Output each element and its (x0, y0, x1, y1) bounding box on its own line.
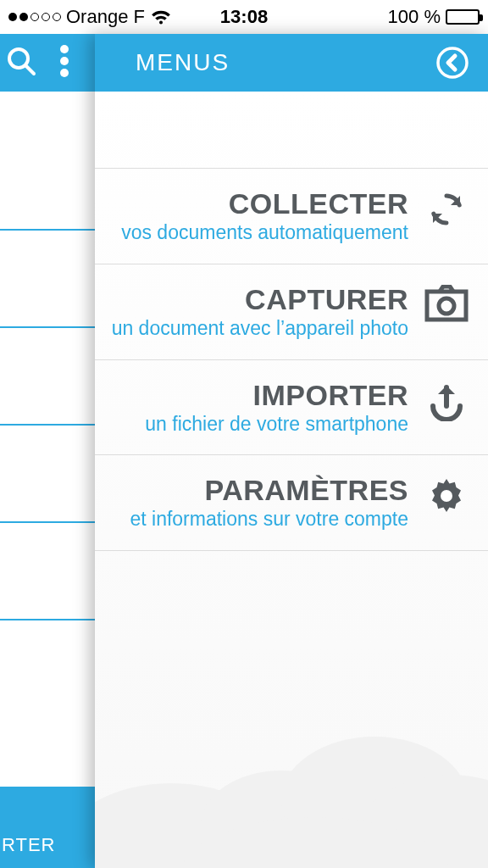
svg-point-4 (60, 69, 69, 77)
status-bar: Orange F 13:08 100 % (0, 0, 488, 34)
menu-panel: MENUS COLLECTER vos documents automatiqu… (95, 34, 488, 868)
menu-item-importer[interactable]: IMPORTER un fichier de votre smartphone (95, 360, 488, 456)
menu-item-title: CAPTURER (103, 283, 408, 316)
menu-header: MENUS (95, 34, 488, 92)
svg-line-1 (26, 66, 34, 74)
menu-title: MENUS (136, 49, 435, 76)
carrier-label: Orange F (66, 6, 145, 28)
svg-point-10 (201, 771, 362, 868)
svg-point-7 (439, 298, 454, 314)
camera-icon (424, 283, 469, 322)
svg-point-5 (438, 48, 467, 77)
collapse-menu-button[interactable] (435, 46, 469, 80)
refresh-icon (424, 187, 469, 230)
svg-point-11 (281, 737, 468, 864)
svg-point-13 (180, 817, 451, 868)
menu-item-title: IMPORTER (103, 379, 408, 412)
bottom-action-label: RTER (2, 834, 56, 856)
menu-item-subtitle: vos documents automatiquement (103, 220, 408, 245)
cloud-decoration (95, 673, 488, 868)
menu-list: COLLECTER vos documents automatiquement … (95, 92, 488, 551)
battery-icon (446, 9, 480, 25)
upload-icon (424, 379, 469, 421)
signal-strength-icon (8, 13, 61, 21)
menu-item-subtitle: et informations sur votre compte (103, 507, 408, 531)
menu-item-subtitle: un fichier de votre smartphone (103, 412, 408, 437)
menu-item-subtitle: un document avec l’appareil photo (103, 316, 408, 341)
gear-icon (424, 474, 469, 516)
svg-point-8 (441, 490, 452, 502)
svg-point-12 (349, 775, 488, 868)
clock-label: 13:08 (220, 6, 268, 28)
wifi-icon (150, 8, 172, 25)
menu-item-title: COLLECTER (103, 187, 408, 220)
battery-percent-label: 100 % (388, 6, 441, 28)
menu-item-collecter[interactable]: COLLECTER vos documents automatiquement (95, 168, 488, 264)
svg-point-2 (60, 45, 69, 53)
search-icon[interactable] (5, 45, 37, 81)
svg-point-9 (95, 783, 281, 868)
more-icon[interactable] (59, 44, 69, 81)
svg-point-3 (60, 57, 69, 65)
menu-item-capturer[interactable]: CAPTURER un document avec l’appareil pho… (95, 264, 488, 360)
menu-item-title: PARAMÈTRES (103, 474, 408, 507)
menu-item-parametres[interactable]: PARAMÈTRES et informations sur votre com… (95, 455, 488, 551)
